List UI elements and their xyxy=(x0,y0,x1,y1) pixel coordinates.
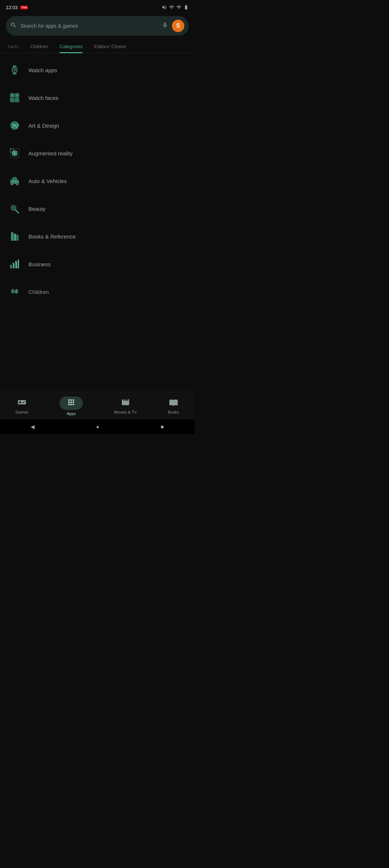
svg-rect-5 xyxy=(13,73,16,74)
bottom-nav: Games Apps Movies & TV xyxy=(0,392,194,419)
books-reference-label: Books & Reference xyxy=(28,233,76,240)
augmented-reality-label: Augmented reality xyxy=(28,150,73,156)
apps-grid-icon xyxy=(67,400,76,408)
watch-faces-icon xyxy=(7,90,22,105)
business-label: Business xyxy=(28,261,51,267)
category-watch-apps[interactable]: Watch apps xyxy=(0,56,194,84)
svg-point-17 xyxy=(14,124,16,127)
nav-movies-tv-label: Movies & TV xyxy=(114,410,136,414)
watch-apps-label: Watch apps xyxy=(28,67,57,73)
business-icon xyxy=(7,257,22,271)
tab-editors-choice[interactable]: Editors' Choice xyxy=(89,40,131,53)
children-icon xyxy=(7,284,22,299)
svg-point-49 xyxy=(12,289,14,291)
svg-rect-36 xyxy=(14,234,16,241)
svg-rect-0 xyxy=(13,66,16,67)
nav-games-label: Games xyxy=(16,410,28,414)
svg-rect-28 xyxy=(12,181,14,182)
beauty-label: Beauty xyxy=(28,206,46,212)
watch-apps-icon xyxy=(7,63,22,77)
nav-books-label: Books xyxy=(168,410,179,414)
mute-icon xyxy=(162,5,167,10)
svg-rect-37 xyxy=(17,235,19,241)
svg-point-10 xyxy=(12,95,13,96)
tabs-container: harts Children Categories Editors' Choic… xyxy=(0,40,194,53)
wifi-icon xyxy=(169,5,174,10)
category-business[interactable]: Business xyxy=(0,250,194,278)
svg-rect-40 xyxy=(13,263,15,268)
svg-rect-41 xyxy=(15,261,17,268)
mic-icon[interactable] xyxy=(162,22,168,30)
svg-point-24 xyxy=(14,152,16,154)
auto-vehicles-icon xyxy=(7,174,22,188)
status-bar: 12:03 TSN xyxy=(0,0,194,13)
svg-point-14 xyxy=(15,123,18,125)
svg-rect-9 xyxy=(15,98,19,102)
svg-point-27 xyxy=(16,183,18,185)
svg-rect-8 xyxy=(10,98,14,102)
svg-rect-35 xyxy=(11,233,14,241)
books-reference-icon xyxy=(7,229,22,244)
tab-charts[interactable]: harts xyxy=(3,40,24,53)
back-button[interactable]: ◀ xyxy=(31,424,35,430)
svg-rect-29 xyxy=(15,181,17,182)
status-time: 12:03 xyxy=(6,5,18,10)
art-design-label: Art & Design xyxy=(28,123,59,129)
film-icon xyxy=(121,400,130,408)
home-button[interactable]: ● xyxy=(96,424,99,430)
svg-point-15 xyxy=(12,126,14,128)
nav-apps-label: Apps xyxy=(67,411,76,416)
category-books-reference[interactable]: Books & Reference xyxy=(0,222,194,250)
system-nav: ◀ ● ■ xyxy=(0,419,194,434)
nav-games[interactable]: Games xyxy=(10,396,34,416)
category-auto-vehicles[interactable]: Auto & Vehicles xyxy=(0,167,194,195)
watch-faces-label: Watch faces xyxy=(28,95,58,101)
nav-apps[interactable]: Apps xyxy=(54,395,89,417)
nav-books[interactable]: Books xyxy=(162,396,185,416)
category-watch-faces[interactable]: Watch faces xyxy=(0,84,194,112)
search-icon xyxy=(10,22,17,30)
tsn-badge: TSN xyxy=(20,5,28,9)
avatar[interactable]: S xyxy=(172,20,184,32)
category-list: Watch apps Watch faces xyxy=(0,53,194,309)
category-beauty[interactable]: Beauty xyxy=(0,195,194,222)
art-design-icon xyxy=(7,118,22,133)
svg-rect-38 xyxy=(11,232,14,233)
recent-button[interactable]: ■ xyxy=(161,424,163,430)
svg-point-11 xyxy=(16,95,18,96)
category-augmented-reality[interactable]: Augmented reality xyxy=(0,139,194,167)
svg-point-50 xyxy=(15,289,18,291)
svg-point-26 xyxy=(11,183,13,185)
category-art-design[interactable]: Art & Design xyxy=(0,112,194,139)
battery-icon xyxy=(184,5,189,10)
children-label: Children xyxy=(28,289,49,295)
nav-movies-tv[interactable]: Movies & TV xyxy=(108,396,142,416)
search-placeholder: Search for apps & games xyxy=(20,23,158,29)
svg-rect-42 xyxy=(18,260,19,268)
tab-categories[interactable]: Categories xyxy=(54,40,88,53)
search-bar[interactable]: Search for apps & games S xyxy=(6,16,189,36)
augmented-reality-icon xyxy=(7,146,22,160)
svg-point-13 xyxy=(12,123,14,125)
category-children[interactable]: Children xyxy=(0,278,194,306)
beauty-icon xyxy=(7,201,22,216)
status-icons xyxy=(162,5,189,10)
tab-children[interactable]: Children xyxy=(25,40,53,53)
signal-icon xyxy=(176,5,181,10)
book-icon xyxy=(169,400,178,408)
gamepad-icon xyxy=(18,400,26,408)
auto-vehicles-label: Auto & Vehicles xyxy=(28,178,67,184)
